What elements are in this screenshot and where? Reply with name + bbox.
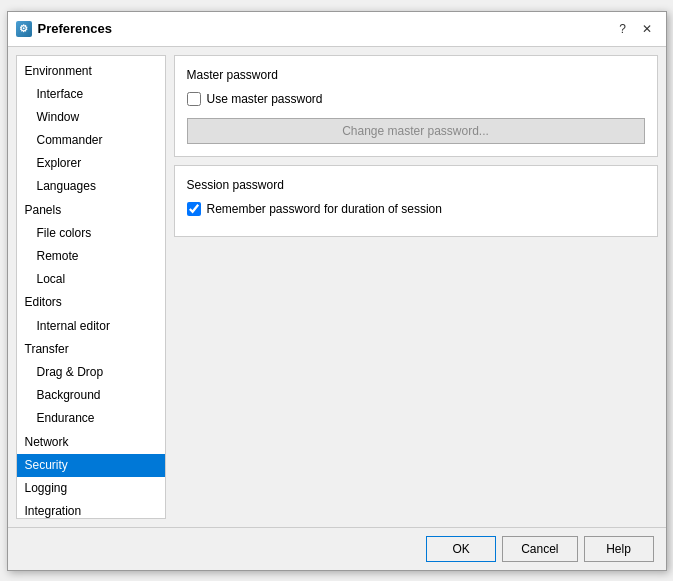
sidebar-item-logging[interactable]: Logging [17, 477, 165, 500]
sidebar-item-background[interactable]: Background [17, 384, 165, 407]
help-button[interactable]: Help [584, 536, 654, 562]
content-area: Master password Use master password Chan… [174, 55, 658, 519]
sidebar-item-environment[interactable]: Environment [17, 60, 165, 83]
sidebar-item-network[interactable]: Network [17, 431, 165, 454]
sidebar-item-editors[interactable]: Editors [17, 291, 165, 314]
use-master-password-row: Use master password [187, 92, 645, 106]
session-password-title: Session password [187, 178, 645, 192]
sidebar-item-local[interactable]: Local [17, 268, 165, 291]
master-password-title: Master password [187, 68, 645, 82]
sidebar-item-interface[interactable]: Interface [17, 83, 165, 106]
use-master-password-checkbox[interactable] [187, 92, 201, 106]
sidebar-item-panels[interactable]: Panels [17, 199, 165, 222]
master-password-section: Master password Use master password Chan… [174, 55, 658, 157]
sidebar-item-internal-editor[interactable]: Internal editor [17, 315, 165, 338]
sidebar-item-explorer[interactable]: Explorer [17, 152, 165, 175]
sidebar-item-window[interactable]: Window [17, 106, 165, 129]
title-bar: ⚙ Preferences ? ✕ [8, 12, 666, 47]
remember-password-checkbox[interactable] [187, 202, 201, 216]
remember-password-label[interactable]: Remember password for duration of sessio… [207, 202, 442, 216]
title-bar-left: ⚙ Preferences [16, 21, 112, 37]
sidebar-item-endurance[interactable]: Endurance [17, 407, 165, 430]
dialog-body: EnvironmentInterfaceWindowCommanderExplo… [8, 47, 666, 527]
app-icon: ⚙ [16, 21, 32, 37]
close-button[interactable]: ✕ [636, 18, 658, 40]
sidebar-item-drag-drop[interactable]: Drag & Drop [17, 361, 165, 384]
sidebar-item-security[interactable]: Security [17, 454, 165, 477]
cancel-button[interactable]: Cancel [502, 536, 577, 562]
dialog-footer: OK Cancel Help [8, 527, 666, 570]
sidebar-item-languages[interactable]: Languages [17, 175, 165, 198]
sidebar-item-file-colors[interactable]: File colors [17, 222, 165, 245]
sidebar-item-commander[interactable]: Commander [17, 129, 165, 152]
title-bar-controls: ? ✕ [612, 18, 658, 40]
sidebar-item-remote[interactable]: Remote [17, 245, 165, 268]
use-master-password-label[interactable]: Use master password [207, 92, 323, 106]
sidebar-item-transfer[interactable]: Transfer [17, 338, 165, 361]
sidebar: EnvironmentInterfaceWindowCommanderExplo… [16, 55, 166, 519]
dialog-title: Preferences [38, 21, 112, 36]
session-password-section: Session password Remember password for d… [174, 165, 658, 237]
help-icon-button[interactable]: ? [612, 18, 634, 40]
change-master-password-button[interactable]: Change master password... [187, 118, 645, 144]
preferences-dialog: ⚙ Preferences ? ✕ EnvironmentInterfaceWi… [7, 11, 667, 571]
sidebar-item-integration[interactable]: Integration [17, 500, 165, 518]
remember-password-row: Remember password for duration of sessio… [187, 202, 645, 216]
ok-button[interactable]: OK [426, 536, 496, 562]
